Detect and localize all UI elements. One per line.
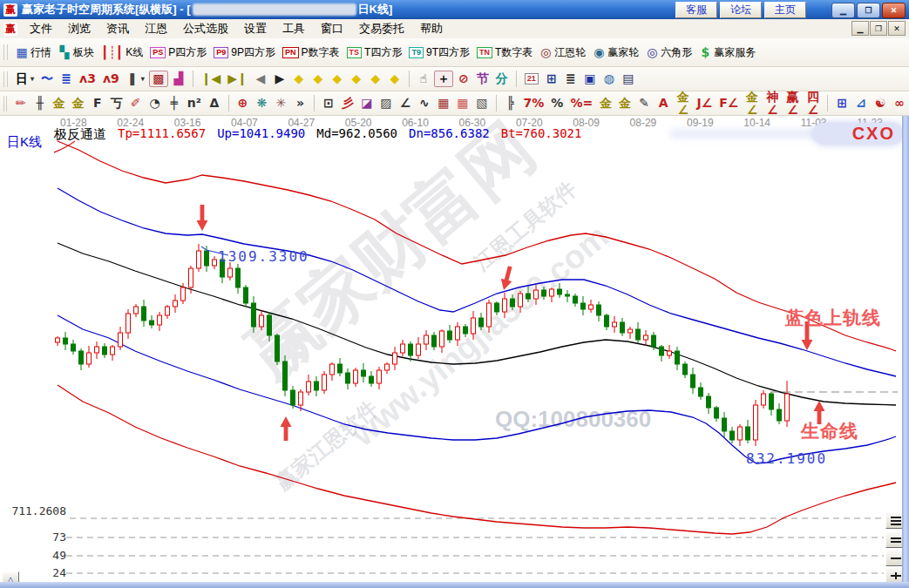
candle-pen-tool[interactable]: ✎ <box>635 96 653 111</box>
shen-angle-tool[interactable]: 神∠ <box>763 90 782 118</box>
gold-circle-tool[interactable]: 金 <box>597 96 614 111</box>
histogram-icon[interactable]: ▟ <box>170 71 187 86</box>
web-button[interactable]: ◍ <box>600 71 618 86</box>
pen-tool[interactable]: ✏ <box>12 96 30 111</box>
mdi-close-button[interactable]: ✕ <box>888 21 906 36</box>
first-bar-button[interactable]: ❙◀ <box>199 71 224 86</box>
sectors-button[interactable]: ▚板块 <box>56 44 97 61</box>
wave9-icon[interactable]: ʌ9 <box>100 71 122 86</box>
toolbar-handle[interactable] <box>3 96 7 112</box>
yinyang-tool[interactable]: ☯ <box>872 96 889 111</box>
split-teal-tool[interactable]: 分 <box>493 71 511 86</box>
grid-tool-1[interactable]: ▦ <box>435 96 452 111</box>
calculator-button[interactable]: ⊞ <box>543 71 560 86</box>
pattern-tool[interactable]: ▩ <box>149 71 168 87</box>
diamond-right-button[interactable]: ◆ <box>309 71 327 86</box>
gann-ruler-tool[interactable]: ╫ <box>31 96 49 111</box>
home-button[interactable]: 主页 <box>764 2 806 18</box>
last-bar-button[interactable]: ▶❙ <box>225 71 250 86</box>
diamond-burst-button[interactable]: ◆ <box>386 71 404 86</box>
maximize-button[interactable]: ❐ <box>857 3 880 18</box>
close-button[interactable]: ✕ <box>882 3 906 18</box>
bars-tool[interactable]: ╠ <box>502 96 519 111</box>
winner-wheel-button[interactable]: ◉赢家轮 <box>590 44 641 61</box>
hand-tool[interactable]: ☝ <box>415 71 432 86</box>
four-angle-tool[interactable]: 四∠ <box>804 90 822 118</box>
angle-tool[interactable]: ∠ <box>397 96 414 111</box>
more-tools-chevron[interactable]: » <box>291 96 309 111</box>
gold-angle2-tool[interactable]: 金∠ <box>743 90 761 118</box>
crosshair-tool[interactable]: ＋ <box>434 71 453 87</box>
kline-button[interactable]: ┃┊┃K线 <box>98 44 146 61</box>
j-angle-tool[interactable]: J∠ <box>694 96 715 111</box>
menu-news[interactable]: 资讯 <box>98 19 137 38</box>
gann-split-tool[interactable]: 节 <box>474 71 492 86</box>
menu-gann[interactable]: 江恩 <box>137 19 175 38</box>
save-button[interactable]: ▣ <box>581 71 599 86</box>
forum-button[interactable]: 论坛 <box>720 2 762 18</box>
menu-trade[interactable]: 交易委托 <box>351 19 412 38</box>
9p-square-button[interactable]: P99P四方形 <box>211 44 278 61</box>
menu-file[interactable]: 文件 <box>22 19 60 38</box>
boxed-star-tool[interactable]: ✳ <box>272 96 289 111</box>
diamond-left-button[interactable]: ◆ <box>290 71 308 86</box>
t-number-table-button[interactable]: TNT数字表 <box>474 44 535 61</box>
chart-area[interactable] <box>0 116 909 588</box>
starburst-tool[interactable]: ❋ <box>253 96 270 111</box>
fan-tool[interactable]: 彡 <box>339 96 356 111</box>
wave3-icon[interactable]: ʌ3 <box>77 71 98 86</box>
trend-icon[interactable]: 〜 <box>38 71 56 86</box>
gann-wheel-button[interactable]: ◎江恩轮 <box>537 44 588 61</box>
next-bar-button[interactable]: ▶ <box>271 71 288 86</box>
target-tool[interactable]: ⊕ <box>234 96 251 111</box>
n2-tool[interactable]: n² <box>185 96 204 111</box>
p-number-table-button[interactable]: PNP数字表 <box>280 44 343 61</box>
quotes-button[interactable]: ▦行情 <box>13 44 54 61</box>
grid-tool-2[interactable]: ▦ <box>454 96 471 111</box>
p-square-button[interactable]: PSP四方形 <box>147 44 209 61</box>
f-tool[interactable]: F <box>89 96 106 111</box>
hatch-tool[interactable]: ▧ <box>473 96 491 111</box>
menu-window[interactable]: 窗口 <box>313 19 351 38</box>
winner-service-button[interactable]: $赢家服务 <box>696 44 758 61</box>
t-square-button[interactable]: TST四方形 <box>344 44 405 61</box>
list-icon[interactable]: ≣ <box>58 71 75 86</box>
9t-square-button[interactable]: T99T四方形 <box>406 44 472 61</box>
diamond-star-button[interactable]: ◆ <box>367 71 384 86</box>
grid-yellow-tool[interactable]: ⊞ <box>833 96 851 111</box>
pin-tool[interactable]: Δ <box>206 96 223 111</box>
hexagon-button[interactable]: ◎六角形 <box>643 44 695 61</box>
f-angle-tool[interactable]: F∠ <box>716 96 741 111</box>
menu-tools[interactable]: 工具 <box>275 19 313 38</box>
toolbar-handle[interactable] <box>3 71 8 87</box>
clock-tool[interactable]: ◔ <box>146 96 164 111</box>
service-button[interactable]: 客服 <box>675 2 717 18</box>
menu-formula-stock-pick[interactable]: 公式选股 <box>175 19 236 38</box>
a-wave-tool[interactable]: A <box>655 96 672 111</box>
print-button[interactable]: ▤ <box>620 71 637 86</box>
infinity-tool[interactable]: ∞ <box>891 96 908 111</box>
zigzag-tool[interactable]: ∿ <box>416 96 433 111</box>
brush-tool[interactable]: ✐ <box>127 96 145 111</box>
no-cursor-tool[interactable]: ⊘ <box>455 71 472 86</box>
minimize-button[interactable]: ▁ <box>831 3 855 18</box>
gold-tool-2[interactable]: 金 <box>70 96 87 111</box>
cycle5-tool[interactable]: 丂 <box>108 96 125 111</box>
diamond-hv-button[interactable]: ◆ <box>348 71 365 86</box>
diamond-h-button[interactable]: ◆ <box>329 71 346 86</box>
gold-line-tool[interactable]: 金 <box>616 96 634 111</box>
gold-angle-tool[interactable]: 金∠ <box>674 90 692 118</box>
toolbar-handle[interactable] <box>3 44 8 60</box>
menu-browse[interactable]: 浏览 <box>60 19 98 38</box>
calendar-button[interactable]: 21 <box>522 72 541 85</box>
menu-help[interactable]: 帮助 <box>412 19 451 38</box>
line-box-tool[interactable]: ▨ <box>377 96 395 111</box>
percent-tool[interactable]: % <box>548 96 566 111</box>
mdi-minimize-button[interactable]: ▁ <box>851 21 869 36</box>
ruler-box-tool[interactable]: ⊡ <box>320 96 337 111</box>
tick-tool[interactable]: ╪ <box>166 96 183 111</box>
candle-style-selector[interactable]: ❚▾ <box>124 71 147 86</box>
menu-settings[interactable]: 设置 <box>236 19 275 38</box>
period-selector[interactable]: 日▾ <box>13 71 37 86</box>
percent-eq-tool[interactable]: %= <box>567 96 595 111</box>
